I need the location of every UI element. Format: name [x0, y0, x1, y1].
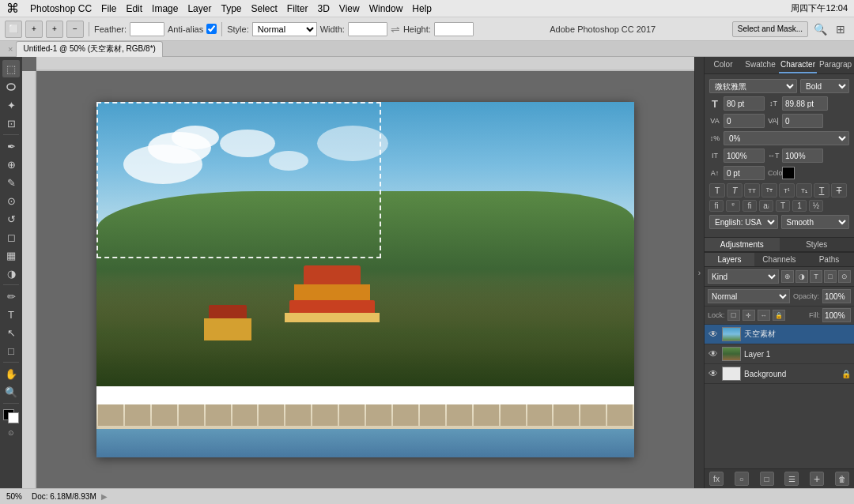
apple-icon[interactable]: ⌘ [6, 1, 19, 16]
layer-visibility-layer1[interactable]: 👁 [708, 348, 719, 359]
layer-visibility-sky[interactable]: 👁 [708, 329, 719, 340]
tool-dodge[interactable]: ◑ [2, 265, 20, 282]
add-mask-button[interactable]: ○ [735, 472, 749, 486]
ligature-a-btn[interactable]: ﬁ [743, 200, 757, 212]
expand-arrow[interactable]: ▶ [101, 492, 108, 501]
font-size-input[interactable] [724, 96, 765, 111]
layer-visibility-background[interactable]: 👁 [708, 368, 719, 379]
tab-adjustments[interactable]: Adjustments [705, 238, 780, 251]
layer-item-background[interactable]: 👁 Background 🔒 [705, 364, 854, 384]
tab-paths[interactable]: Paths [804, 253, 854, 266]
new-fill-button[interactable]: □ [760, 472, 774, 486]
tool-magic-wand[interactable]: ✦ [2, 96, 20, 114]
tool-spot-heal[interactable]: ⊕ [2, 156, 20, 173]
new-group-button[interactable]: ☰ [784, 472, 799, 486]
tool-gradient[interactable]: ▦ [2, 246, 20, 264]
ligature-half-btn[interactable]: ½ [809, 200, 823, 212]
fill-input[interactable] [822, 308, 851, 322]
menu-window[interactable]: Window [369, 3, 403, 14]
font-style-select[interactable]: Bold Regular Italic [800, 79, 849, 93]
fx-button[interactable]: fx [709, 472, 724, 486]
menu-filter[interactable]: Filter [287, 3, 308, 14]
v-scale2-input[interactable] [782, 149, 823, 163]
layer-filter-select[interactable]: Kind Name Effect [708, 269, 779, 284]
font-family-select[interactable]: 微软雅黑 [709, 79, 797, 93]
menu-3d[interactable]: 3D [318, 3, 330, 14]
quick-mask-icon[interactable]: ⊙ [8, 429, 14, 437]
menu-edit[interactable]: Edit [126, 3, 142, 14]
ligature-rotated-btn[interactable]: ₐ [726, 200, 740, 212]
ligature-1-btn[interactable]: 1 [792, 200, 807, 212]
tool-clone[interactable]: ⊙ [2, 192, 20, 209]
underline-btn[interactable]: T [814, 183, 829, 197]
menu-layer[interactable]: Layer [187, 3, 211, 14]
tab-swatche[interactable]: Swatche [742, 57, 779, 73]
menu-view[interactable]: View [339, 3, 360, 14]
tool-eraser[interactable]: ◻ [2, 228, 20, 246]
select-mask-button[interactable]: Select and Mask... [732, 21, 808, 37]
anti-alias-checkbox[interactable] [206, 24, 217, 34]
lock-transparent-icon[interactable]: ☐ [727, 310, 740, 321]
tool-lasso[interactable] [2, 78, 20, 96]
background-color[interactable] [8, 412, 19, 423]
tab-paragrap[interactable]: Paragrap [817, 57, 854, 73]
language-select[interactable]: English: USA [709, 215, 778, 229]
swap-icon[interactable]: ⇌ [391, 23, 400, 36]
aa-select[interactable]: Smooth Sharp Crisp Strong [781, 215, 850, 229]
style-select[interactable]: Normal Fixed Ratio Fixed Size [252, 22, 317, 36]
marquee-options-btn[interactable]: ⬜ [5, 21, 22, 38]
feather-input[interactable] [130, 22, 164, 36]
panel-collapse-button[interactable]: › [694, 57, 704, 488]
italic-btn[interactable]: T [727, 183, 743, 197]
baseline-input[interactable] [724, 166, 765, 180]
layer-item-layer1[interactable]: 👁 Layer 1 [705, 344, 854, 364]
new-selection-btn[interactable]: + [25, 21, 43, 38]
filter-pixel-icon[interactable]: ⊕ [781, 270, 794, 283]
tab-layers[interactable]: Layers [705, 253, 754, 266]
blend-mode-select[interactable]: Normal Multiply Screen Overlay [708, 289, 790, 303]
add-selection-btn[interactable]: + [46, 21, 63, 38]
menu-photoshop[interactable]: Photoshop CC [30, 3, 92, 14]
leading-input[interactable] [782, 96, 828, 111]
all-caps-btn[interactable]: TT [744, 183, 760, 197]
tool-text[interactable]: T [2, 306, 20, 323]
width-input[interactable] [348, 22, 387, 36]
filter-adj-icon[interactable]: ◑ [795, 270, 808, 283]
panels-icon[interactable]: ⊞ [832, 21, 849, 38]
tab-channels[interactable]: Channels [754, 253, 804, 266]
tool-shape[interactable]: □ [2, 342, 20, 359]
opacity-input[interactable] [822, 289, 851, 303]
menu-type[interactable]: Type [221, 3, 241, 14]
tool-zoom[interactable]: 🔍 [2, 383, 20, 401]
tool-path-select[interactable]: ↖ [2, 324, 20, 341]
ligature-aa-btn[interactable]: aᵢ [759, 200, 773, 212]
color-box[interactable] [3, 409, 19, 423]
tab-close-icon[interactable]: × [5, 44, 16, 54]
h-scale-input[interactable] [724, 149, 765, 163]
lock-image-icon[interactable]: ✛ [743, 310, 755, 321]
color-swatch[interactable] [782, 167, 795, 179]
strikethrough-btn[interactable]: T [831, 183, 847, 197]
search-icon[interactable]: 🔍 [811, 21, 829, 38]
menu-file[interactable]: File [101, 3, 116, 14]
tab-styles[interactable]: Styles [780, 238, 855, 251]
tracking-input[interactable] [782, 114, 823, 128]
menu-image[interactable]: Image [152, 3, 178, 14]
tool-history-brush[interactable]: ↺ [2, 210, 20, 228]
tool-crop[interactable]: ⊡ [2, 115, 20, 132]
tab-character[interactable]: Character [779, 57, 817, 73]
lock-move-icon[interactable]: ↔ [758, 310, 770, 321]
filter-type-icon[interactable]: T [810, 270, 822, 283]
menu-select[interactable]: Select [251, 3, 277, 14]
v-scale-select[interactable]: 0% [724, 131, 849, 145]
lock-all-icon[interactable]: 🔒 [773, 310, 785, 321]
filter-shape-icon[interactable]: □ [824, 270, 837, 283]
kerning-input[interactable] [724, 114, 765, 128]
menu-help[interactable]: Help [412, 3, 432, 14]
filter-smart-icon[interactable]: ⊙ [838, 270, 851, 283]
document-tab[interactable]: Untitled-1 @ 50% (天空素材, RGB/8*) [16, 41, 162, 57]
subscript-btn[interactable]: T₁ [796, 183, 812, 197]
ligature-fi-btn[interactable]: ﬁ [709, 200, 724, 212]
bold-btn[interactable]: T [709, 183, 725, 197]
tool-hand[interactable]: ✋ [2, 365, 20, 382]
